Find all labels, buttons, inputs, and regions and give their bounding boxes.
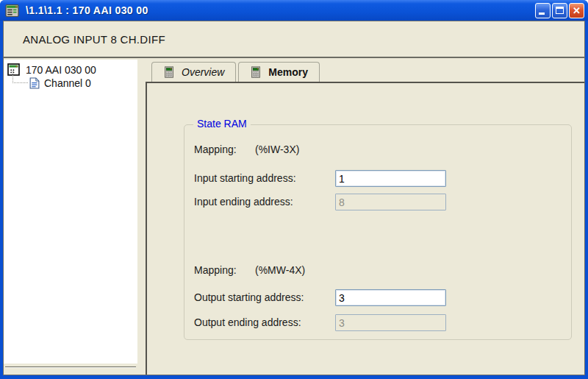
tab-overview-label: Overview <box>182 66 224 78</box>
main-area: 170 AAI 030 00 Channel 0 <box>4 60 584 375</box>
minimize-button[interactable] <box>535 3 551 18</box>
tree-view: 170 AAI 030 00 Channel 0 <box>4 60 137 364</box>
input-starting-address-field[interactable] <box>335 170 446 187</box>
state-ram-groupbox: State RAM Mapping:(%IW-3X) Input startin… <box>184 124 572 340</box>
input-ending-address-field <box>335 194 446 210</box>
output-mapping-row: Mapping:(%MW-4X) <box>194 262 564 280</box>
close-button[interactable]: ✕ <box>569 3 584 18</box>
tree-bottom-spacer <box>4 368 137 375</box>
module-description: ANALOG INPUT 8 CH.DIFF <box>23 33 165 46</box>
input-mapping-label: Mapping: <box>194 144 255 155</box>
panel-splitter[interactable] <box>137 60 146 375</box>
tab-strip: Overview <box>146 60 584 82</box>
input-starting-address-row: Input starting address: <box>194 170 564 188</box>
output-starting-address-row: Output starting address: <box>194 289 564 307</box>
output-ending-address-row: Output ending address: <box>194 314 564 332</box>
spreadsheet-icon <box>250 66 262 78</box>
app-spreadsheet-icon <box>5 4 19 18</box>
input-mapping-value: (%IW-3X) <box>255 144 299 155</box>
tab-area: Overview <box>146 60 584 375</box>
output-starting-address-label: Output starting address: <box>194 291 304 303</box>
input-starting-address-label: Input starting address: <box>194 172 296 184</box>
close-icon: ✕ <box>570 4 584 18</box>
tree-node-module-label: 170 AAI 030 00 <box>26 64 96 76</box>
window-title: \1.1\1.1 : 170 AAI 030 00 <box>26 4 535 16</box>
maximize-button[interactable] <box>552 3 567 18</box>
tab-overview[interactable]: Overview <box>151 62 236 82</box>
output-mapping-label: Mapping: <box>194 264 255 276</box>
channel-document-icon <box>29 77 40 89</box>
output-mapping-value: (%MW-4X) <box>255 264 305 276</box>
output-ending-address-label: Output ending address: <box>194 316 301 328</box>
minimize-icon <box>539 13 545 15</box>
memory-tab-pane: State RAM Mapping:(%IW-3X) Input startin… <box>146 82 584 375</box>
titlebar: \1.1\1.1 : 170 AAI 030 00 ✕ <box>0 0 588 21</box>
spreadsheet-icon <box>163 66 175 78</box>
module-config-window: \1.1\1.1 : 170 AAI 030 00 ✕ ANALOG INPUT… <box>0 0 588 379</box>
tree-connector <box>12 71 28 83</box>
tab-memory[interactable]: Memory <box>238 62 320 82</box>
input-mapping-row: Mapping:(%IW-3X) <box>194 141 564 159</box>
module-description-bar: ANALOG INPUT 8 CH.DIFF <box>4 21 584 58</box>
tree-node-channel-label: Channel 0 <box>44 77 91 89</box>
tree-panel: 170 AAI 030 00 Channel 0 <box>4 60 137 375</box>
maximize-icon <box>556 7 564 14</box>
tree-node-channel[interactable]: Channel 0 <box>4 77 137 89</box>
input-ending-address-label: Input ending address: <box>194 196 293 208</box>
output-starting-address-field[interactable] <box>335 289 446 306</box>
output-ending-address-field <box>335 314 446 331</box>
groupbox-legend: State RAM <box>193 118 251 130</box>
input-ending-address-row: Input ending address: <box>194 194 564 211</box>
tab-memory-label: Memory <box>268 66 308 78</box>
window-body: ANALOG INPUT 8 CH.DIFF <box>3 21 585 375</box>
